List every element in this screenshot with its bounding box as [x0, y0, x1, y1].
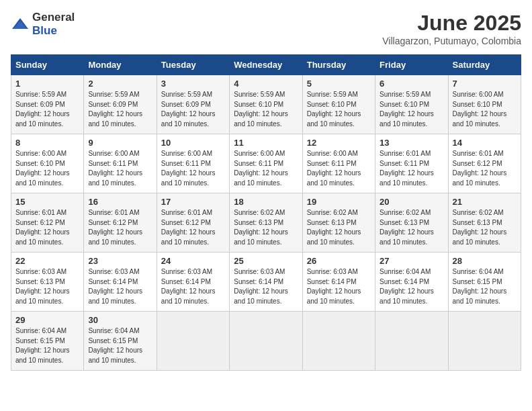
day-number: 1	[15, 79, 79, 89]
calendar-cell: 17Sunrise: 6:01 AM Sunset: 6:12 PM Dayli…	[157, 193, 229, 253]
calendar-cell: 2Sunrise: 5:59 AM Sunset: 6:09 PM Daylig…	[84, 75, 157, 134]
calendar-cell: 8Sunrise: 6:00 AM Sunset: 6:10 PM Daylig…	[11, 134, 84, 193]
calendar-cell: 24Sunrise: 6:03 AM Sunset: 6:14 PM Dayli…	[157, 253, 229, 312]
day-info: Sunrise: 6:04 AM Sunset: 6:15 PM Dayligh…	[15, 326, 79, 365]
general-blue-logo-icon	[11, 17, 30, 32]
logo-text: General Blue	[32, 11, 75, 38]
day-info: Sunrise: 6:04 AM Sunset: 6:15 PM Dayligh…	[88, 326, 152, 365]
calendar-week-row: 1Sunrise: 5:59 AM Sunset: 6:09 PM Daylig…	[11, 75, 521, 134]
day-number: 8	[15, 138, 79, 148]
day-number: 20	[380, 197, 443, 207]
day-info: Sunrise: 6:00 AM Sunset: 6:11 PM Dayligh…	[88, 149, 152, 188]
day-info: Sunrise: 6:03 AM Sunset: 6:14 PM Dayligh…	[307, 267, 371, 306]
calendar-cell	[230, 312, 302, 371]
day-number: 16	[88, 197, 152, 207]
day-info: Sunrise: 6:00 AM Sunset: 6:10 PM Dayligh…	[15, 149, 79, 188]
day-info: Sunrise: 6:03 AM Sunset: 6:13 PM Dayligh…	[15, 267, 79, 306]
day-info: Sunrise: 6:01 AM Sunset: 6:11 PM Dayligh…	[380, 149, 443, 188]
day-info: Sunrise: 6:04 AM Sunset: 6:15 PM Dayligh…	[453, 267, 517, 306]
day-info: Sunrise: 6:00 AM Sunset: 6:11 PM Dayligh…	[307, 149, 371, 188]
calendar-cell: 23Sunrise: 6:03 AM Sunset: 6:14 PM Dayli…	[84, 253, 157, 312]
calendar-cell: 5Sunrise: 5:59 AM Sunset: 6:10 PM Daylig…	[302, 75, 375, 134]
day-number: 25	[234, 256, 298, 266]
calendar-table: SundayMondayTuesdayWednesdayThursdayFrid…	[11, 54, 521, 371]
day-info: Sunrise: 6:02 AM Sunset: 6:13 PM Dayligh…	[380, 208, 443, 247]
calendar-cell: 16Sunrise: 6:01 AM Sunset: 6:12 PM Dayli…	[84, 193, 157, 253]
calendar-week-row: 8Sunrise: 6:00 AM Sunset: 6:10 PM Daylig…	[11, 134, 521, 193]
day-info: Sunrise: 6:00 AM Sunset: 6:10 PM Dayligh…	[453, 90, 517, 129]
title-block: June 2025 Villagarzon, Putumayo, Colombi…	[382, 11, 521, 46]
calendar-cell: 1Sunrise: 5:59 AM Sunset: 6:09 PM Daylig…	[11, 75, 84, 134]
day-info: Sunrise: 6:04 AM Sunset: 6:14 PM Dayligh…	[380, 267, 443, 306]
day-info: Sunrise: 6:01 AM Sunset: 6:12 PM Dayligh…	[161, 208, 225, 247]
day-info: Sunrise: 6:02 AM Sunset: 6:13 PM Dayligh…	[307, 208, 371, 247]
day-info: Sunrise: 5:59 AM Sunset: 6:09 PM Dayligh…	[161, 90, 225, 129]
weekday-header: Saturday	[448, 55, 521, 75]
day-number: 10	[161, 138, 225, 148]
day-info: Sunrise: 5:59 AM Sunset: 6:09 PM Dayligh…	[88, 90, 152, 129]
day-info: Sunrise: 5:59 AM Sunset: 6:09 PM Dayligh…	[15, 90, 79, 129]
day-number: 14	[453, 138, 517, 148]
calendar-cell	[448, 312, 521, 371]
calendar-cell: 10Sunrise: 6:00 AM Sunset: 6:11 PM Dayli…	[157, 134, 229, 193]
calendar-body: 1Sunrise: 5:59 AM Sunset: 6:09 PM Daylig…	[11, 75, 521, 371]
day-number: 18	[234, 197, 298, 207]
calendar-header: SundayMondayTuesdayWednesdayThursdayFrid…	[11, 55, 521, 75]
day-number: 19	[307, 197, 371, 207]
day-number: 27	[380, 256, 443, 266]
weekday-header: Tuesday	[157, 55, 229, 75]
day-info: Sunrise: 5:59 AM Sunset: 6:10 PM Dayligh…	[307, 90, 371, 129]
calendar-cell: 7Sunrise: 6:00 AM Sunset: 6:10 PM Daylig…	[448, 75, 521, 134]
day-number: 15	[15, 197, 79, 207]
page-header: General Blue June 2025 Villagarzon, Putu…	[11, 11, 521, 46]
day-number: 17	[161, 197, 225, 207]
day-info: Sunrise: 6:01 AM Sunset: 6:12 PM Dayligh…	[15, 208, 79, 247]
calendar-cell: 14Sunrise: 6:01 AM Sunset: 6:12 PM Dayli…	[448, 134, 521, 193]
day-info: Sunrise: 6:00 AM Sunset: 6:11 PM Dayligh…	[161, 149, 225, 188]
day-number: 21	[453, 197, 517, 207]
calendar-cell: 22Sunrise: 6:03 AM Sunset: 6:13 PM Dayli…	[11, 253, 84, 312]
day-number: 3	[161, 79, 225, 89]
day-info: Sunrise: 6:01 AM Sunset: 6:12 PM Dayligh…	[453, 149, 517, 188]
calendar-cell: 28Sunrise: 6:04 AM Sunset: 6:15 PM Dayli…	[448, 253, 521, 312]
day-number: 26	[307, 256, 371, 266]
calendar-cell: 15Sunrise: 6:01 AM Sunset: 6:12 PM Dayli…	[11, 193, 84, 253]
calendar-cell	[302, 312, 375, 371]
logo: General Blue	[11, 11, 75, 38]
calendar-cell: 20Sunrise: 6:02 AM Sunset: 6:13 PM Dayli…	[375, 193, 448, 253]
day-info: Sunrise: 6:00 AM Sunset: 6:11 PM Dayligh…	[234, 149, 298, 188]
calendar-cell: 29Sunrise: 6:04 AM Sunset: 6:15 PM Dayli…	[11, 312, 84, 371]
logo-general: General	[32, 11, 75, 24]
month-year-title: June 2025	[382, 11, 521, 36]
calendar-week-row: 29Sunrise: 6:04 AM Sunset: 6:15 PM Dayli…	[11, 312, 521, 371]
calendar-cell: 12Sunrise: 6:00 AM Sunset: 6:11 PM Dayli…	[302, 134, 375, 193]
calendar-cell: 25Sunrise: 6:03 AM Sunset: 6:14 PM Dayli…	[230, 253, 302, 312]
day-info: Sunrise: 6:03 AM Sunset: 6:14 PM Dayligh…	[234, 267, 298, 306]
day-number: 30	[88, 315, 152, 325]
weekday-header: Friday	[375, 55, 448, 75]
day-number: 23	[88, 256, 152, 266]
calendar-cell: 19Sunrise: 6:02 AM Sunset: 6:13 PM Dayli…	[302, 193, 375, 253]
calendar-cell: 4Sunrise: 5:59 AM Sunset: 6:10 PM Daylig…	[230, 75, 302, 134]
location-subtitle: Villagarzon, Putumayo, Colombia	[382, 36, 521, 46]
day-number: 29	[15, 315, 79, 325]
calendar-cell: 21Sunrise: 6:02 AM Sunset: 6:13 PM Dayli…	[448, 193, 521, 253]
day-info: Sunrise: 6:02 AM Sunset: 6:13 PM Dayligh…	[234, 208, 298, 247]
calendar-cell: 11Sunrise: 6:00 AM Sunset: 6:11 PM Dayli…	[230, 134, 302, 193]
calendar-cell: 9Sunrise: 6:00 AM Sunset: 6:11 PM Daylig…	[84, 134, 157, 193]
calendar-cell	[375, 312, 448, 371]
day-number: 22	[15, 256, 79, 266]
day-info: Sunrise: 6:03 AM Sunset: 6:14 PM Dayligh…	[161, 267, 225, 306]
calendar-cell: 27Sunrise: 6:04 AM Sunset: 6:14 PM Dayli…	[375, 253, 448, 312]
day-info: Sunrise: 5:59 AM Sunset: 6:10 PM Dayligh…	[234, 90, 298, 129]
calendar-week-row: 22Sunrise: 6:03 AM Sunset: 6:13 PM Dayli…	[11, 253, 521, 312]
day-number: 13	[380, 138, 443, 148]
day-info: Sunrise: 6:03 AM Sunset: 6:14 PM Dayligh…	[88, 267, 152, 306]
weekday-header: Thursday	[302, 55, 375, 75]
weekday-header: Wednesday	[230, 55, 302, 75]
calendar-cell: 18Sunrise: 6:02 AM Sunset: 6:13 PM Dayli…	[230, 193, 302, 253]
day-info: Sunrise: 6:01 AM Sunset: 6:12 PM Dayligh…	[88, 208, 152, 247]
calendar-week-row: 15Sunrise: 6:01 AM Sunset: 6:12 PM Dayli…	[11, 193, 521, 253]
weekday-header: Sunday	[11, 55, 84, 75]
day-number: 24	[161, 256, 225, 266]
